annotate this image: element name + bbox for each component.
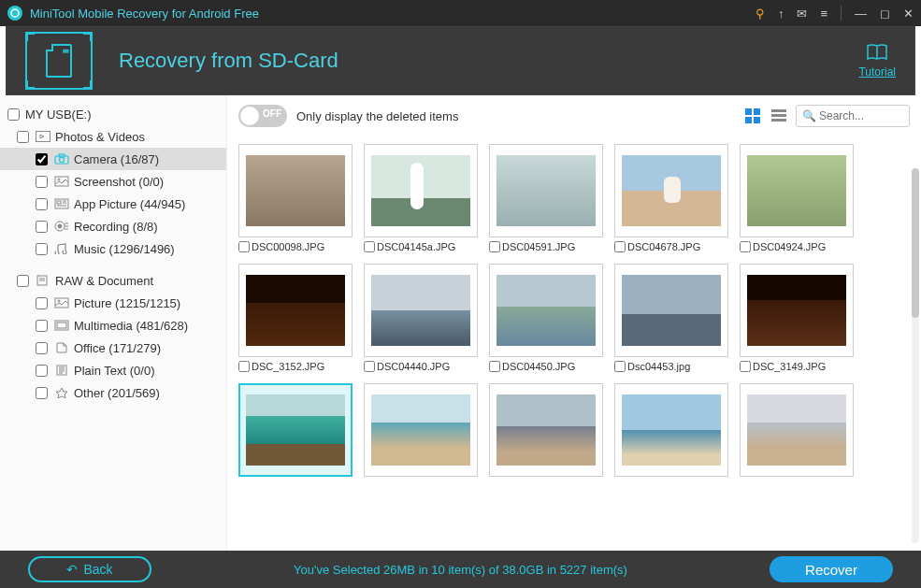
thumb-filename: DSC04678.JPG bbox=[627, 241, 700, 252]
thumbnail-item[interactable] bbox=[364, 383, 478, 477]
media-icon bbox=[35, 130, 51, 143]
category-icon bbox=[53, 197, 70, 210]
thumbnail-item[interactable] bbox=[614, 383, 728, 477]
minimize-icon[interactable]: — bbox=[855, 7, 867, 21]
thumb-frame[interactable] bbox=[238, 264, 353, 357]
tutorial-link[interactable]: Tutorial bbox=[858, 44, 896, 79]
thumb-image bbox=[496, 275, 596, 346]
back-button[interactable]: ↶ Back bbox=[28, 556, 151, 582]
thumb-frame[interactable] bbox=[740, 383, 854, 477]
mail-icon[interactable]: ✉ bbox=[797, 7, 807, 21]
view-list-button[interactable] bbox=[770, 107, 788, 125]
tree-group-raw[interactable]: RAW & Document bbox=[0, 269, 226, 292]
tree-checkbox[interactable] bbox=[36, 176, 48, 188]
tree-checkbox[interactable] bbox=[36, 221, 48, 233]
thumb-checkbox[interactable] bbox=[740, 241, 751, 252]
thumbnail-item[interactable]: DSC04678.JPG bbox=[614, 144, 728, 252]
deleted-only-toggle[interactable]: OFF bbox=[238, 105, 287, 127]
thumbnail-item[interactable]: DSC04440.JPG bbox=[364, 264, 478, 372]
tree-checkbox[interactable] bbox=[36, 198, 48, 210]
thumbnail-item[interactable]: DSC04450.JPG bbox=[489, 264, 603, 372]
svg-point-0 bbox=[11, 9, 19, 17]
thumb-checkbox[interactable] bbox=[740, 361, 751, 372]
tree-item[interactable]: App Picture (44/945) bbox=[0, 193, 226, 215]
thumbnail-item[interactable]: DSC04145a.JPG bbox=[364, 144, 478, 252]
thumbnail-item[interactable]: DSC04591.JPG bbox=[489, 144, 603, 252]
thumbnail-item[interactable] bbox=[238, 383, 353, 477]
thumb-frame[interactable] bbox=[364, 144, 478, 237]
thumb-checkbox[interactable] bbox=[489, 241, 500, 252]
tree-label: Recording (8/8) bbox=[74, 220, 158, 234]
app-logo-icon bbox=[7, 6, 22, 21]
thumb-frame[interactable] bbox=[614, 264, 728, 357]
svg-point-7 bbox=[58, 179, 60, 180]
tree-root[interactable]: MY USB(E:) bbox=[0, 103, 226, 125]
titlebar-divider bbox=[841, 6, 842, 21]
sidebar: MY USB(E:) Photos & Videos Camera (16/87… bbox=[0, 95, 227, 551]
thumb-checkbox[interactable] bbox=[364, 241, 375, 252]
thumbnail-item[interactable]: DSC_3149.JPG bbox=[740, 264, 854, 372]
tree-group-photos[interactable]: Photos & Videos bbox=[0, 125, 226, 148]
thumb-frame[interactable] bbox=[489, 144, 603, 237]
tree-item[interactable]: Office (171/279) bbox=[0, 337, 226, 359]
tree-checkbox[interactable] bbox=[36, 387, 48, 399]
tree-item[interactable]: Plain Text (0/0) bbox=[0, 359, 226, 381]
tree-checkbox[interactable] bbox=[17, 275, 29, 287]
thumb-caption: DSC04145a.JPG bbox=[364, 241, 478, 252]
search-box[interactable]: 🔍 bbox=[796, 105, 910, 127]
thumb-frame[interactable] bbox=[238, 383, 353, 477]
thumb-checkbox[interactable] bbox=[364, 361, 375, 372]
recover-label: Recover bbox=[805, 562, 857, 578]
thumb-frame[interactable] bbox=[238, 144, 353, 237]
key-icon[interactable]: ⚲ bbox=[756, 7, 765, 21]
thumb-frame[interactable] bbox=[364, 264, 478, 357]
thumb-image bbox=[622, 394, 721, 466]
tree-checkbox[interactable] bbox=[36, 297, 48, 309]
thumb-frame[interactable] bbox=[489, 264, 603, 357]
menu-icon[interactable]: ≡ bbox=[820, 7, 827, 21]
tree-checkbox[interactable] bbox=[17, 131, 29, 143]
maximize-icon[interactable]: ◻ bbox=[880, 7, 890, 21]
tree-root-checkbox[interactable] bbox=[7, 108, 20, 121]
thumbnail-item[interactable]: DSC00098.JPG bbox=[238, 144, 353, 252]
tree-item[interactable]: Multimedia (481/628) bbox=[0, 314, 226, 337]
thumbnail-item[interactable]: DSC_3152.JPG bbox=[238, 264, 353, 372]
tutorial-label: Tutorial bbox=[858, 65, 896, 79]
thumbnail-item[interactable] bbox=[489, 383, 603, 477]
tree-item[interactable]: Picture (1215/1215) bbox=[0, 292, 226, 314]
close-icon[interactable]: ✕ bbox=[903, 7, 914, 21]
svg-marker-2 bbox=[40, 135, 44, 138]
tree-checkbox[interactable] bbox=[36, 153, 48, 165]
thumb-checkbox[interactable] bbox=[614, 241, 626, 252]
thumb-frame[interactable] bbox=[740, 264, 854, 357]
tree-item[interactable]: Recording (8/8) bbox=[0, 215, 226, 237]
thumb-filename: DSC_3149.JPG bbox=[753, 361, 826, 372]
search-input[interactable] bbox=[819, 109, 903, 122]
view-grid-button[interactable] bbox=[743, 107, 762, 125]
scrollbar-thumb[interactable] bbox=[912, 168, 919, 318]
recover-button[interactable]: Recover bbox=[770, 556, 893, 582]
thumb-frame[interactable] bbox=[364, 383, 478, 477]
thumb-image bbox=[371, 275, 470, 346]
thumb-frame[interactable] bbox=[614, 144, 728, 237]
tree-item[interactable]: Music (1296/1496) bbox=[0, 237, 226, 260]
thumb-checkbox[interactable] bbox=[489, 361, 500, 372]
scrollbar[interactable] bbox=[912, 168, 919, 543]
thumbnail-item[interactable] bbox=[740, 383, 854, 477]
thumb-frame[interactable] bbox=[614, 383, 728, 477]
thumbnail-item[interactable]: DSC04924.JPG bbox=[740, 144, 854, 252]
thumb-checkbox[interactable] bbox=[238, 241, 250, 252]
upload-icon[interactable]: ↑ bbox=[778, 7, 784, 21]
thumb-frame[interactable] bbox=[489, 383, 603, 477]
tree-item[interactable]: Screenshot (0/0) bbox=[0, 170, 226, 193]
tree-checkbox[interactable] bbox=[36, 320, 48, 332]
tree-item[interactable]: Other (201/569) bbox=[0, 381, 226, 404]
thumb-checkbox[interactable] bbox=[238, 361, 250, 372]
tree-checkbox[interactable] bbox=[36, 365, 48, 377]
thumb-frame[interactable] bbox=[740, 144, 854, 237]
tree-checkbox[interactable] bbox=[36, 243, 48, 255]
thumb-checkbox[interactable] bbox=[614, 361, 626, 372]
tree-item[interactable]: Camera (16/87) bbox=[0, 148, 226, 170]
tree-checkbox[interactable] bbox=[36, 342, 48, 354]
thumbnail-item[interactable]: Dsc04453.jpg bbox=[614, 264, 728, 372]
